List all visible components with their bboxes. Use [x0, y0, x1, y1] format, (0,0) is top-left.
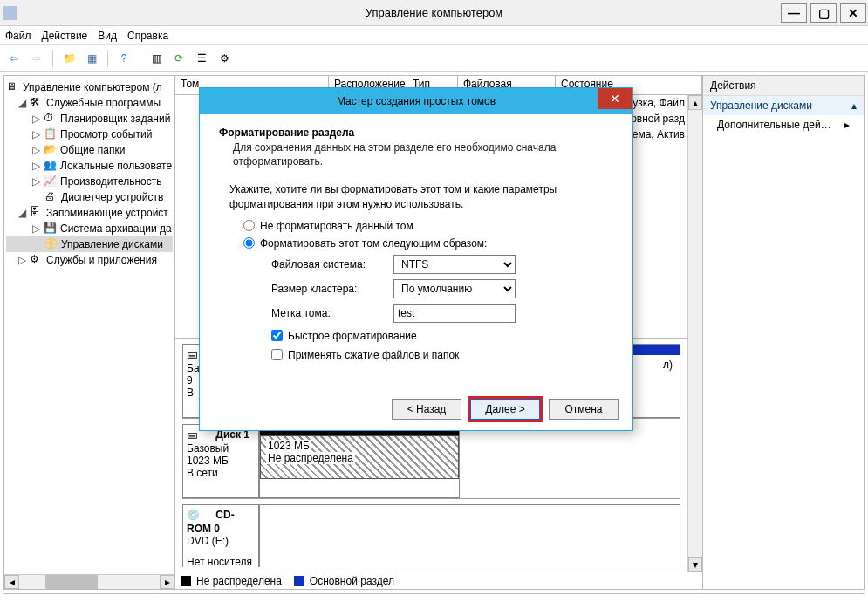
properties-icon[interactable]: ▦ [83, 50, 100, 67]
minimize-button[interactable]: — [781, 3, 807, 23]
list-icon[interactable]: ☰ [193, 50, 210, 67]
tree-perf[interactable]: ▷ 📈 Производительность [6, 174, 173, 189]
cancel-button[interactable]: Отмена [549, 399, 619, 420]
compression-checkbox[interactable] [271, 349, 283, 360]
tree-perf-label: Производительность [60, 175, 161, 188]
back-icon[interactable]: ⇦ [5, 50, 23, 67]
tree-devmgr[interactable]: 🖨 Диспетчер устройств [6, 189, 173, 205]
cd-kind: DVD (E:) [187, 535, 255, 547]
tree-backup-label: Система архивации да [60, 222, 172, 235]
tree-services[interactable]: ▷ ⚙ Службы и приложения [6, 252, 173, 268]
collapse-up-icon[interactable]: ▴ [851, 99, 857, 112]
legend-unalloc-swatch [181, 576, 191, 586]
close-button[interactable]: ✕ [840, 3, 866, 23]
volume-label: Метка тома: [271, 307, 393, 319]
toolbar: ⇦ ⇨ 📁 ▦ ? ▥ ⟳ ☰ ⚙ [0, 45, 868, 72]
titlebar: Управление компьютером — ▢ ✕ [0, 0, 868, 26]
tree-diskmgmt-label: Управление дисками [61, 238, 163, 250]
disk0-size: 9 [187, 374, 193, 387]
scroll-right-icon[interactable]: ▸ [160, 575, 174, 589]
radio-no-format-input[interactable] [243, 220, 255, 231]
expand-icon[interactable]: ▷ [31, 113, 41, 125]
volume-name-input[interactable] [393, 304, 516, 323]
collapse-icon[interactable]: ◢ [17, 97, 27, 109]
volume-vscrollbar[interactable]: ▴ ▾ [687, 95, 702, 572]
quick-format-checkbox[interactable] [271, 330, 283, 341]
settings-icon[interactable]: ⚙ [215, 50, 233, 67]
cd-state: Нет носителя [187, 556, 255, 568]
disk0-part-peek: л) [663, 359, 673, 371]
wizard-dialog: Мастер создания простых томов ✕ Форматир… [199, 87, 633, 431]
next-button[interactable]: Далее > [470, 399, 540, 420]
scroll-thumb[interactable] [45, 575, 98, 589]
vol-row-3-state[interactable]: тема, Актив [627, 128, 685, 140]
tree-shared[interactable]: ▷ 📂 Общие папки [6, 142, 173, 158]
scroll-left-icon[interactable]: ◂ [4, 575, 19, 589]
wizard-subheading: Для сохранения данных на этом разделе ег… [233, 140, 613, 168]
disk1-kind: Базовый [187, 442, 255, 455]
collapse-icon[interactable]: ◢ [17, 207, 27, 219]
menu-help[interactable]: Справка [127, 30, 168, 42]
actions-header: Действия [703, 76, 864, 96]
tree-root[interactable]: 🖥 Управление компьютером (л [6, 79, 173, 95]
tree-users[interactable]: ▷ 👥 Локальные пользовате [6, 158, 173, 174]
tree-storage[interactable]: ◢ 🗄 Запоминающие устройст [6, 205, 173, 221]
forward-icon[interactable]: ⇨ [28, 50, 45, 67]
clock-icon: ⏱ [44, 112, 58, 126]
tools-icon: 🛠 [30, 96, 44, 110]
vol-row-2-state[interactable]: новной разд [625, 113, 685, 125]
expand-icon[interactable]: ▷ [31, 175, 41, 188]
radio-do-format[interactable]: Форматировать этот том следующим образом… [243, 237, 603, 250]
view1-icon[interactable]: ▥ [147, 50, 165, 67]
maximize-button[interactable]: ▢ [810, 3, 837, 23]
radio-no-format[interactable]: Не форматировать данный том [243, 220, 603, 232]
event-icon: 📋 [44, 127, 58, 141]
cd-block[interactable]: 💿 CD-ROM 0 DVD (E:) Нет носителя [182, 504, 680, 567]
expand-icon[interactable]: ▷ [31, 222, 41, 235]
disk1-block[interactable]: 🖴 Диск 1 Базовый 1023 МБ В сети 1023 МБ … [182, 424, 680, 499]
vol-row-1-state[interactable]: рузка, Файл [627, 97, 685, 109]
share-icon: 📂 [44, 143, 58, 157]
fs-select[interactable]: NTFS [393, 255, 516, 274]
menu-action[interactable]: Действие [42, 30, 88, 42]
cluster-select[interactable]: По умолчанию [393, 279, 516, 298]
tree-eventviewer-label: Просмотр событий [60, 128, 152, 140]
tree-scheduler[interactable]: ▷ ⏱ Планировщик заданий [6, 111, 173, 127]
expand-icon[interactable]: ▷ [31, 144, 41, 156]
disk1-part-state: Не распределена [266, 452, 355, 464]
scroll-up-icon[interactable]: ▴ [688, 95, 702, 110]
radio-do-format-label: Форматировать этот том следующим образом… [260, 237, 487, 250]
expand-icon[interactable]: ▷ [31, 128, 41, 140]
wizard-titlebar[interactable]: Мастер создания простых томов ✕ [200, 88, 632, 114]
back-button[interactable]: < Назад [392, 399, 461, 420]
tree-hscrollbar[interactable]: ◂ ▸ [4, 574, 174, 589]
actions-diskmgmt[interactable]: Управление дисками ▴ [703, 96, 864, 115]
expand-icon[interactable]: ▷ [17, 254, 27, 266]
legend-unalloc-label: Не распределена [196, 575, 282, 587]
wizard-title-text: Мастер создания простых томов [337, 95, 496, 107]
menu-file[interactable]: Файл [5, 30, 31, 42]
help-icon[interactable]: ? [115, 50, 133, 67]
expand-icon[interactable]: ▷ [31, 160, 41, 172]
tree-backup[interactable]: ▷ 💾 Система архивации да [6, 221, 173, 236]
disk1-unalloc[interactable]: 1023 МБ Не распределена [259, 424, 460, 498]
actions-more[interactable]: Дополнительные дей… ▸ [703, 115, 864, 134]
tree-eventviewer[interactable]: ▷ 📋 Просмотр событий [6, 127, 173, 142]
chevron-right-icon: ▸ [844, 119, 850, 131]
refresh-icon[interactable]: ⟳ [170, 50, 188, 67]
compression-label: Применять сжатие файлов и папок [288, 349, 459, 361]
backup-icon: 💾 [44, 222, 58, 236]
scroll-down-icon[interactable]: ▾ [688, 557, 702, 572]
tree-utilities[interactable]: ◢ 🛠 Служебные программы [6, 95, 173, 111]
tree-diskmgmt[interactable]: 📀 Управление дисками [6, 236, 173, 252]
menu-view[interactable]: Вид [98, 30, 117, 42]
users-icon: 👥 [44, 159, 58, 173]
fs-label: Файловая система: [271, 258, 393, 270]
disk1-part-size: 1023 МБ [266, 440, 311, 452]
tree-panel: 🖥 Управление компьютером (л ◢ 🛠 Служебны… [4, 76, 175, 589]
wizard-close-button[interactable]: ✕ [598, 88, 632, 109]
tree-users-label: Локальные пользовате [60, 160, 172, 172]
folder-icon[interactable]: 📁 [60, 50, 78, 67]
actions-diskmgmt-label: Управление дисками [710, 99, 812, 112]
radio-do-format-input[interactable] [243, 237, 255, 249]
